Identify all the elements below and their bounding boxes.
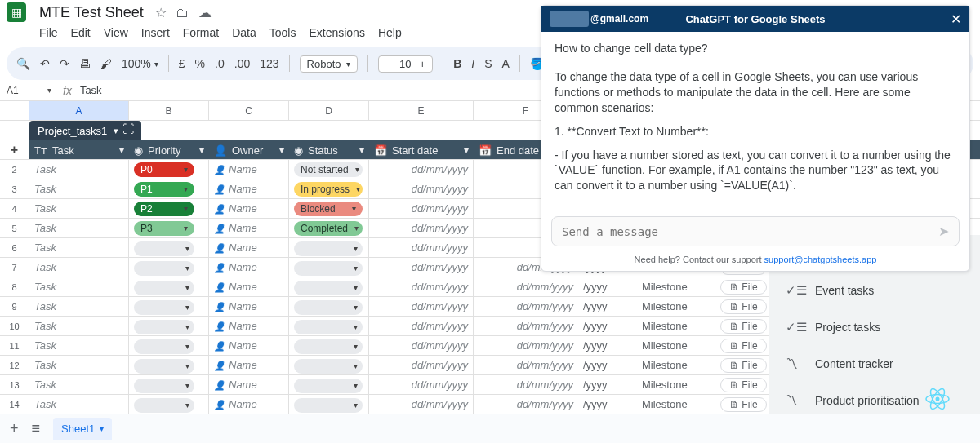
file-chip[interactable]: 🗎 File (720, 319, 767, 334)
menu-edit[interactable]: Edit (71, 26, 91, 39)
file-chip[interactable]: 🗎 File (720, 358, 767, 373)
currency-icon[interactable]: £ (179, 57, 185, 70)
cell-start[interactable]: dd/mm/yyyy (369, 199, 474, 218)
cell-start[interactable]: dd/mm/yyyy (369, 317, 474, 335)
widget-content-tracker[interactable]: 〽Content tracker (769, 345, 980, 382)
add-row-button[interactable]: + (0, 140, 29, 159)
cell-start[interactable]: dd/mm/yyyy (369, 395, 474, 414)
cell-task[interactable]: Task (29, 219, 129, 237)
cell-priority[interactable]: ▾ (129, 277, 209, 296)
percent-icon[interactable]: % (195, 57, 205, 70)
col-header-b[interactable]: B (129, 101, 209, 120)
cell-task[interactable]: Task (29, 375, 129, 394)
th-task[interactable]: TᴛTask▾ (29, 140, 129, 160)
cell-priority[interactable]: ▾ (129, 395, 209, 414)
support-link[interactable]: support@chatgptsheets.app (764, 255, 877, 264)
cell-status[interactable]: Not started▾ (289, 160, 369, 179)
row-header-blank[interactable] (0, 121, 29, 140)
star-icon[interactable]: ☆ (155, 6, 167, 20)
col-header-a[interactable]: A (29, 101, 129, 120)
font-size[interactable]: −10+ (378, 55, 434, 73)
cell-task[interactable]: Task (29, 317, 129, 335)
move-icon[interactable]: 🗀 (176, 6, 189, 20)
cell-start[interactable]: dd/mm/yyyy (369, 160, 474, 179)
increase-decimal-icon[interactable]: .00 (234, 57, 250, 70)
cell-status[interactable]: ▾ (289, 277, 369, 296)
menu-format[interactable]: Format (183, 26, 219, 39)
widget-event-tasks[interactable]: ✓☰Event tasks (769, 272, 980, 308)
status-pill-empty[interactable]: ▾ (294, 359, 363, 374)
row-header[interactable]: 4 (0, 199, 29, 218)
menu-extensions[interactable]: Extensions (309, 26, 364, 39)
cell-task[interactable]: Task (29, 336, 129, 355)
cell-owner[interactable]: 👤Name (209, 277, 289, 296)
print-icon[interactable]: 🖶 (79, 57, 91, 70)
th-priority[interactable]: ◉Priority▾ (129, 140, 209, 160)
th-status[interactable]: ◉Status▾ (289, 140, 369, 160)
menu-file[interactable]: File (39, 26, 58, 39)
cell-owner[interactable]: 👤Name (209, 199, 289, 218)
cell-end[interactable]: dd/mm/yyyy (474, 317, 578, 335)
select-all-corner[interactable] (0, 101, 29, 120)
bold-icon[interactable]: B (453, 57, 461, 70)
name-box-drop-icon[interactable]: ▾ (47, 86, 51, 95)
priority-pill[interactable]: P0▾ (134, 162, 194, 177)
cell-task[interactable]: Task (29, 277, 129, 296)
cloud-icon[interactable]: ☁ (198, 6, 212, 20)
search-icon[interactable]: 🔍 (16, 57, 30, 70)
text-color-icon[interactable]: A (502, 57, 510, 70)
cell-status[interactable]: ▾ (289, 258, 369, 277)
row-header[interactable]: 9 (0, 297, 29, 316)
zoom-select[interactable]: 100%▾ (122, 57, 158, 70)
row-header[interactable]: 12 (0, 356, 29, 374)
status-pill-empty[interactable]: ▾ (294, 300, 363, 315)
th-owner[interactable]: 👤Owner▾ (209, 140, 289, 160)
cell-priority[interactable]: ▾ (129, 317, 209, 335)
cell-start[interactable]: dd/mm/yyyy (369, 375, 474, 394)
status-pill[interactable]: Blocked▾ (294, 202, 363, 216)
status-pill-empty[interactable]: ▾ (294, 320, 363, 334)
cell-priority[interactable]: ▾ (129, 258, 209, 277)
cell-owner[interactable]: 👤Name (209, 297, 289, 316)
cell-task[interactable]: Task (29, 258, 129, 277)
cell-end[interactable]: dd/mm/yyyy (474, 297, 578, 316)
cell-priority[interactable]: ▾ (129, 297, 209, 316)
cell-end[interactable]: dd/mm/yyyy (474, 356, 578, 374)
priority-pill[interactable]: P1▾ (134, 182, 194, 197)
priority-pill-empty[interactable]: ▾ (134, 261, 194, 276)
sheet-tab-1[interactable]: Sheet1▾ (53, 418, 112, 440)
plus-icon[interactable]: + (420, 58, 426, 70)
name-box[interactable]: A1 (7, 85, 47, 96)
cell-start[interactable]: dd/mm/yyyy (369, 356, 474, 374)
th-start[interactable]: 📅Start date▾ (369, 140, 474, 160)
cell-task[interactable]: Task (29, 179, 129, 198)
cell-priority[interactable]: ▾ (129, 238, 209, 257)
cell-priority[interactable]: P2▾ (129, 199, 209, 218)
priority-pill-empty[interactable]: ▾ (134, 300, 194, 315)
priority-pill-empty[interactable]: ▾ (134, 398, 194, 413)
cell-task[interactable]: Task (29, 160, 129, 179)
send-icon[interactable]: ➤ (938, 224, 949, 239)
priority-pill-empty[interactable]: ▾ (134, 379, 194, 393)
priority-pill-empty[interactable]: ▾ (134, 359, 194, 374)
status-pill-empty[interactable]: ▾ (294, 241, 363, 256)
priority-pill[interactable]: P3▾ (134, 221, 194, 236)
widget-project-tasks[interactable]: ✓☰Project tasks (769, 308, 980, 345)
col-header-c[interactable]: C (209, 101, 289, 120)
priority-pill-empty[interactable]: ▾ (134, 281, 194, 295)
file-chip[interactable]: 🗎 File (720, 339, 767, 353)
row-header[interactable]: 5 (0, 219, 29, 237)
cell-status[interactable]: In progress▾ (289, 179, 369, 198)
cell-start[interactable]: dd/mm/yyyy (369, 336, 474, 355)
cell-priority[interactable]: P1▾ (129, 179, 209, 198)
cell-priority[interactable]: P0▾ (129, 160, 209, 179)
cell-start[interactable]: dd/mm/yyyy (369, 277, 474, 296)
cell-status[interactable]: ▾ (289, 297, 369, 316)
priority-pill-empty[interactable]: ▾ (134, 320, 194, 334)
menu-data[interactable]: Data (232, 26, 256, 39)
cell-status[interactable]: ▾ (289, 375, 369, 394)
font-select[interactable]: Roboto▾ (300, 55, 358, 73)
cell-owner[interactable]: 👤Name (209, 238, 289, 257)
cell-owner[interactable]: 👤Name (209, 375, 289, 394)
priority-pill[interactable]: P2▾ (134, 202, 194, 216)
